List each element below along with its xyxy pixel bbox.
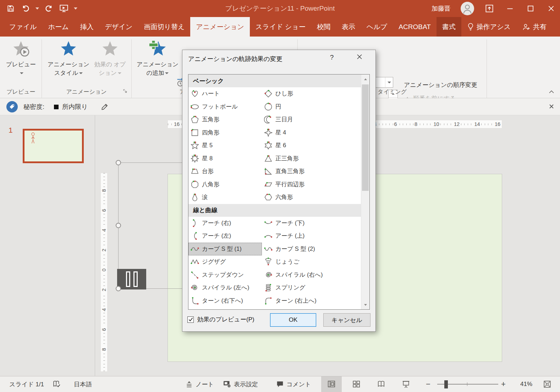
tab-表示[interactable]: 表示 (336, 17, 361, 37)
selection-handle-bottom-left[interactable] (116, 286, 121, 291)
effect-option-ハート[interactable]: ハート (188, 87, 262, 100)
effect-option-ターン (右下へ)[interactable]: ターン (右下へ) (188, 294, 262, 308)
close-button[interactable] (546, 3, 556, 14)
effect-option-円[interactable]: 円 (262, 100, 361, 114)
tab-共有[interactable]: 共有 (516, 17, 552, 37)
reading-view-button[interactable] (371, 376, 391, 392)
effect-option-星 5[interactable]: 星 5 (188, 139, 262, 152)
effect-option-ステップダウン[interactable]: ステップダウン (188, 269, 262, 282)
vertical-ruler[interactable]: 864202468 (100, 173, 108, 372)
effect-option-星 8[interactable]: 星 8 (188, 152, 262, 165)
scroll-up-button[interactable] (361, 74, 369, 84)
spellcheck-icon (53, 380, 61, 388)
zoom-in-button[interactable]: + (501, 376, 506, 392)
effect-option-スパイラル (左へ)[interactable]: スパイラル (左へ) (188, 281, 262, 294)
scroll-down-button[interactable] (361, 300, 369, 309)
slideshow-view-button[interactable] (396, 376, 416, 392)
close-icon (547, 5, 555, 12)
tab-スライド ショー[interactable]: スライド ショー (250, 17, 311, 37)
collapse-ribbon-button[interactable] (549, 89, 554, 95)
pause-shape[interactable] (117, 269, 146, 289)
minimize-button[interactable] (505, 3, 515, 14)
edit-sensitivity-button[interactable] (101, 103, 109, 112)
language-button[interactable]: 日本語 (74, 376, 92, 392)
effect-option-平行四辺形[interactable]: 平行四辺形 (262, 178, 361, 191)
preview-button[interactable]: プレビュー (3, 40, 39, 77)
tab-校閲[interactable]: 校閲 (311, 17, 336, 37)
normal-view-button[interactable] (321, 376, 342, 392)
preview-effect-checkbox[interactable] (187, 316, 194, 323)
fit-to-window-button[interactable] (538, 376, 556, 392)
dialog-help-button[interactable]: ? (327, 54, 336, 61)
tab-書式[interactable]: 書式 (437, 17, 461, 37)
zigzag-icon (191, 258, 199, 266)
tab-アニメーション[interactable]: アニメーション (190, 17, 250, 37)
zoom-out-button[interactable]: − (426, 376, 430, 392)
tab-画面切り替え[interactable]: 画面切り替え (138, 17, 190, 37)
ok-button[interactable]: OK (270, 313, 316, 327)
ruler-number: 16 (173, 121, 181, 127)
effect-option-スパイラル (右へ)[interactable]: スパイラル (右へ) (262, 269, 361, 282)
tab-操作アシス[interactable]: 操作アシス (461, 17, 516, 37)
tab-ホーム[interactable]: ホーム (43, 17, 75, 37)
effect-option-アーチ (左)[interactable]: アーチ (左) (188, 230, 262, 243)
zoom-level[interactable]: 41% (510, 376, 532, 392)
tab-ACROBAT[interactable]: ACROBAT (393, 17, 436, 37)
effect-option-スプリング[interactable]: スプリング (262, 281, 361, 294)
selection-handle-middle-left[interactable] (116, 223, 121, 228)
effect-option-星 4[interactable]: 星 4 (262, 126, 361, 139)
notes-button[interactable]: ノート (185, 376, 214, 392)
scrollbar-thumb[interactable] (362, 84, 369, 191)
display-settings-button[interactable]: 表示設定 (223, 376, 258, 392)
dialog-close-button[interactable] (354, 53, 365, 61)
effect-option-星 6[interactable]: 星 6 (262, 139, 361, 152)
tab-ファイル[interactable]: ファイル (4, 17, 43, 37)
tab-ヘルプ[interactable]: ヘルプ (361, 17, 393, 37)
effect-option-三日月[interactable]: 三日月 (262, 113, 361, 126)
effect-option-五角形[interactable]: 五角形 (188, 113, 262, 126)
effect-option-直角三角形[interactable]: 直角三角形 (262, 165, 361, 178)
effect-option-四角形[interactable]: 四角形 (188, 126, 262, 139)
ribbon-display-options-button[interactable] (484, 3, 495, 14)
slide-sorter-icon (352, 380, 361, 388)
slide-sorter-view-button[interactable] (346, 376, 367, 392)
effect-option-フットボール[interactable]: フットボール (188, 100, 262, 114)
effect-option-アーチ (下)[interactable]: アーチ (下) (262, 217, 361, 230)
scrollbar[interactable] (361, 74, 369, 309)
add-animation-dropdown-arrow[interactable] (165, 72, 169, 74)
effect-option-六角形[interactable]: 六角形 (262, 191, 361, 204)
preview-dropdown-arrow[interactable] (20, 72, 23, 74)
effect-option-八角形[interactable]: 八角形 (188, 178, 262, 191)
animation-styles-dropdown-arrow[interactable] (79, 72, 83, 74)
selection-handle-top-left[interactable] (116, 160, 121, 165)
comments-button[interactable]: コメント (276, 376, 311, 392)
ribbon-tabs: ファイルホーム挿入デザイン画面切り替えアニメーションスライド ショー校閲表示ヘル… (0, 17, 560, 37)
effect-option-台形[interactable]: 台形 (188, 165, 262, 178)
cancel-button[interactable]: キャンセル (323, 313, 370, 327)
effect-option-カーブ S 型 (1)[interactable]: カーブ S 型 (1) (188, 243, 262, 256)
effect-option-正三角形[interactable]: 正三角形 (262, 152, 361, 165)
animation-styles-button[interactable]: アニメーション スタイル (47, 40, 90, 77)
effect-option-涙[interactable]: 涙 (188, 191, 262, 204)
effect-option-じょうご[interactable]: じょうご (262, 255, 361, 269)
effect-option-ターン (右上へ)[interactable]: ターン (右上へ) (262, 294, 361, 308)
zoom-slider-thumb[interactable] (444, 380, 448, 388)
effect-options-button[interactable]: 効果の オプション (92, 40, 128, 77)
effect-option-カーブ S 型 (2)[interactable]: カーブ S 型 (2) (262, 243, 361, 256)
effect-option-アーチ (右)[interactable]: アーチ (右) (188, 217, 262, 230)
tab-挿入[interactable]: 挿入 (75, 17, 99, 37)
close-sensitivity-bar-button[interactable] (548, 103, 555, 111)
start-trigger-dropdown[interactable] (385, 77, 393, 87)
effect-option-ひし形[interactable]: ひし形 (262, 87, 361, 100)
right-triangle-icon (264, 167, 273, 176)
maximize-button[interactable] (525, 3, 536, 14)
add-animation-button[interactable]: アニメーション の追加 (137, 40, 179, 77)
animation-dialog-launcher[interactable] (123, 89, 128, 95)
spellcheck-button[interactable] (53, 376, 61, 392)
effect-option-label: アーチ (下) (275, 219, 304, 227)
tab-デザイン[interactable]: デザイン (99, 17, 138, 37)
effect-option-ジグザグ[interactable]: ジグザグ (188, 255, 262, 269)
effect-option-アーチ (上)[interactable]: アーチ (上) (262, 230, 361, 243)
avatar[interactable] (461, 2, 474, 15)
slide-thumbnail[interactable] (23, 129, 84, 163)
